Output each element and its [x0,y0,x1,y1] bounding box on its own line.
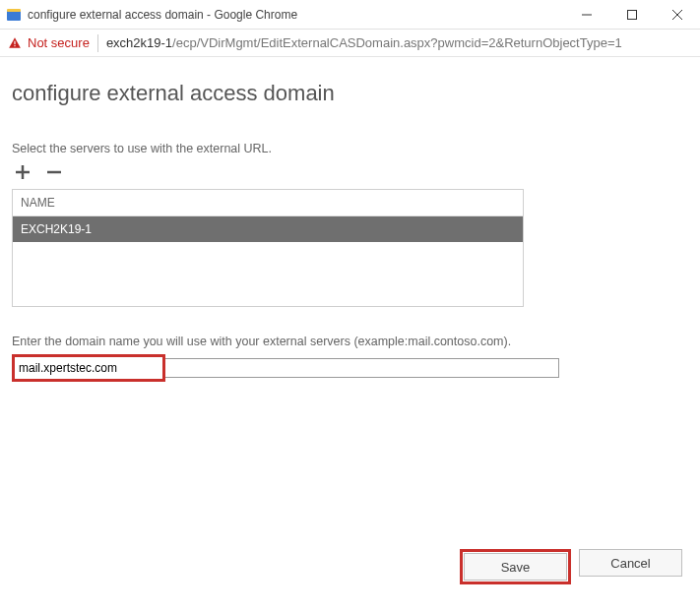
maximize-button[interactable] [609,0,655,30]
minus-icon [46,164,62,180]
servers-label: Select the servers to use with the exter… [12,142,688,155]
close-button[interactable] [655,0,700,30]
address-divider [97,34,98,52]
warning-icon [8,36,22,50]
url-host: exch2k19-1 [106,35,172,50]
add-server-button[interactable] [12,161,33,183]
server-row[interactable]: EXCH2K19-1 [13,216,523,242]
page-content: configure external access domain Select … [0,57,700,612]
app-icon [6,7,22,23]
domain-input-extension[interactable] [165,358,559,378]
window-title: configure external access domain - Googl… [28,8,297,22]
url-path: /ecp/VDirMgmt/EditExternalCASDomain.aspx… [172,35,622,50]
svg-rect-0 [7,11,21,21]
column-header-name: NAME [13,190,523,216]
dialog-footer: Save Cancel [460,549,682,584]
not-secure-label: Not secure [28,35,90,50]
window-controls [564,0,700,30]
url-display[interactable]: exch2k19-1/ecp/VDirMgmt/EditExternalCASD… [106,35,622,50]
domain-input-row [12,354,688,382]
svg-rect-7 [14,45,15,46]
security-warning[interactable]: Not secure [8,35,90,50]
domain-input-highlight [12,354,165,382]
cancel-button[interactable]: Cancel [579,549,682,577]
plus-icon [15,164,31,180]
minimize-button[interactable] [564,0,609,30]
window-titlebar: configure external access domain - Googl… [0,0,700,30]
domain-label: Enter the domain name you will use with … [12,335,688,348]
server-list[interactable]: NAME EXCH2K19-1 [12,189,524,307]
window-title-group: configure external access domain - Googl… [6,7,297,23]
svg-rect-1 [7,9,21,12]
domain-input[interactable] [16,358,161,378]
page-title: configure external access domain [12,81,688,106]
save-button-highlight: Save [460,549,571,584]
server-toolbar [12,161,688,183]
svg-rect-6 [14,40,15,44]
remove-server-button[interactable] [43,161,65,183]
address-bar: Not secure exch2k19-1/ecp/VDirMgmt/EditE… [0,30,700,57]
save-button[interactable]: Save [464,553,567,581]
server-name: EXCH2K19-1 [21,222,92,236]
svg-rect-3 [628,10,637,19]
